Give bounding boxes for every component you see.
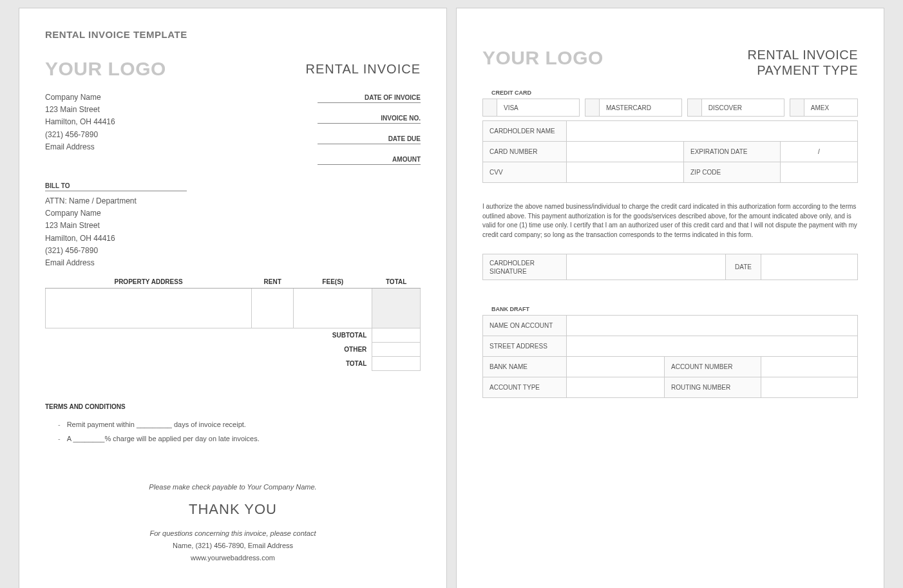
bank-draft-label: BANK DRAFT [491, 306, 858, 312]
cc-visa-checkbox[interactable] [483, 99, 497, 116]
subtotal-row: SUBTOTAL [46, 328, 421, 343]
logo-placeholder-2: YOUR LOGO [482, 47, 604, 69]
cardholder-input[interactable] [567, 121, 858, 142]
invoice-page-2: YOUR LOGO RENTAL INVOICE PAYMENT TYPE CR… [456, 8, 884, 588]
terms-line-1: Remit payment within _________ days of i… [58, 421, 421, 428]
company-info: Company Name 123 Main Street Hamilton, O… [45, 91, 115, 174]
bill-to-phone: (321) 456-7890 [45, 245, 421, 257]
other-value[interactable] [372, 343, 421, 357]
company-street: 123 Main Street [45, 104, 115, 116]
routing-number-label: ROUTING NUMBER [665, 377, 761, 398]
cc-discover[interactable]: DISCOVER [687, 99, 784, 117]
bank-name-label: BANK NAME [483, 357, 567, 377]
cc-mc-checkbox[interactable] [585, 99, 600, 116]
bill-to-city: Hamilton, OH 44416 [45, 232, 421, 245]
name-on-account-input[interactable] [567, 316, 858, 336]
company-name: Company Name [45, 91, 115, 104]
total-value[interactable] [372, 357, 421, 371]
invoice-title: RENTAL INVOICE [306, 62, 421, 77]
amount-field[interactable]: AMOUNT [318, 153, 421, 165]
template-title: RENTAL INVOICE TEMPLATE [45, 29, 421, 40]
subtotal-value[interactable] [372, 328, 421, 343]
cc-visa[interactable]: VISA [482, 99, 580, 117]
account-type-input[interactable] [567, 377, 665, 398]
cc-amex-label: AMEX [804, 104, 857, 111]
invoice-no-field[interactable]: INVOICE NO. [318, 112, 421, 124]
other-row: OTHER [46, 343, 421, 357]
cc-form: CARDHOLDER NAME CARD NUMBER EXPIRATION D… [482, 120, 858, 183]
credit-card-label: CREDIT CARD [491, 90, 858, 96]
cc-amex-checkbox[interactable] [790, 99, 804, 116]
account-number-label: ACCOUNT NUMBER [665, 357, 761, 377]
info-block: Company Name 123 Main Street Hamilton, O… [45, 91, 421, 174]
date-due-field[interactable]: DATE DUE [318, 133, 421, 144]
property-table: PROPERTY ADDRESS RENT FEE(S) TOTAL SUBTO… [45, 276, 421, 371]
terms-section: TERMS AND CONDITIONS Remit payment withi… [45, 403, 421, 442]
bill-to-info: ATTN: Name / Department Company Name 123… [45, 195, 421, 269]
bill-to-name: Company Name [45, 207, 421, 220]
bank-name-input[interactable] [567, 357, 665, 377]
col-fees: FEE(S) [294, 276, 372, 289]
signature-grid: CARDHOLDER SIGNATURE DATE [482, 254, 858, 280]
cc-visa-label: VISA [497, 104, 579, 111]
cc-types: VISA MASTERCARD DISCOVER AMEX [482, 99, 858, 117]
account-number-input[interactable] [761, 357, 858, 377]
sig-date-label: DATE [726, 254, 761, 280]
total-row: TOTAL [46, 357, 421, 371]
cardnumber-input[interactable] [567, 142, 684, 162]
cc-discover-checkbox[interactable] [688, 99, 702, 116]
other-label: OTHER [294, 343, 372, 357]
subtotal-label: SUBTOTAL [294, 328, 372, 343]
table-row[interactable] [46, 289, 421, 328]
payment-title-2: PAYMENT TYPE [757, 63, 858, 77]
bill-to-label: BILL TO [45, 182, 187, 191]
zip-input[interactable] [781, 162, 858, 183]
bill-to-section: BILL TO ATTN: Name / Department Company … [45, 179, 421, 269]
authorization-text: I authorize the above named business/ind… [482, 202, 858, 240]
bill-to-email: Email Address [45, 257, 421, 269]
payment-title: RENTAL INVOICE PAYMENT TYPE [748, 47, 858, 78]
payment-title-1: RENTAL INVOICE [748, 48, 858, 62]
bank-draft-section: BANK DRAFT NAME ON ACCOUNT STREET ADDRES… [482, 306, 858, 398]
cc-mc-label: MASTERCARD [600, 104, 681, 111]
sig-label: CARDHOLDER SIGNATURE [483, 254, 567, 280]
cvv-input[interactable] [567, 162, 684, 183]
col-rent: RENT [252, 276, 294, 289]
cc-amex[interactable]: AMEX [790, 99, 858, 117]
name-on-account-label: NAME ON ACCOUNT [483, 316, 567, 336]
sig-date-input[interactable] [761, 254, 858, 280]
page2-header: YOUR LOGO RENTAL INVOICE PAYMENT TYPE [482, 47, 858, 78]
cc-discover-label: DISCOVER [702, 104, 784, 111]
contact-text: Name, (321) 456-7890, Email Address [45, 540, 421, 552]
exp-label: EXPIRATION DATE [684, 142, 781, 162]
street-address-input[interactable] [567, 336, 858, 357]
cvv-label: CVV [483, 162, 567, 183]
payable-text: Please make check payable to Your Compan… [45, 481, 421, 493]
account-type-label: ACCOUNT TYPE [483, 377, 567, 398]
company-phone: (321) 456-7890 [45, 129, 115, 141]
routing-number-input[interactable] [761, 377, 858, 398]
thank-you: THANK YOU [45, 497, 421, 521]
terms-line-2: A ________% charge will be applied per d… [58, 435, 421, 442]
bank-form: NAME ON ACCOUNT STREET ADDRESS BANK NAME… [482, 315, 858, 398]
invoice-page-1: RENTAL INVOICE TEMPLATE YOUR LOGO RENTAL… [19, 8, 447, 588]
terms-title: TERMS AND CONDITIONS [45, 403, 421, 410]
footer: Please make check payable to Your Compan… [45, 481, 421, 564]
sig-input[interactable] [567, 254, 726, 280]
header-row: YOUR LOGO RENTAL INVOICE [45, 58, 421, 80]
col-total: TOTAL [372, 276, 421, 289]
bill-to-attn: ATTN: Name / Department [45, 195, 421, 207]
cardholder-label: CARDHOLDER NAME [483, 121, 567, 142]
logo-placeholder: YOUR LOGO [45, 58, 166, 80]
street-address-label: STREET ADDRESS [483, 336, 567, 357]
date-of-invoice-field[interactable]: DATE OF INVOICE [318, 91, 421, 103]
zip-label: ZIP CODE [684, 162, 781, 183]
exp-input[interactable]: / [781, 142, 858, 162]
bill-to-street: 123 Main Street [45, 220, 421, 232]
cardnumber-label: CARD NUMBER [483, 142, 567, 162]
total-label: TOTAL [294, 357, 372, 371]
questions-text: For questions concerning this invoice, p… [45, 527, 421, 540]
company-city: Hamilton, OH 44416 [45, 116, 115, 128]
cc-mastercard[interactable]: MASTERCARD [585, 99, 682, 117]
web-text: www.yourwebaddress.com [45, 552, 421, 564]
